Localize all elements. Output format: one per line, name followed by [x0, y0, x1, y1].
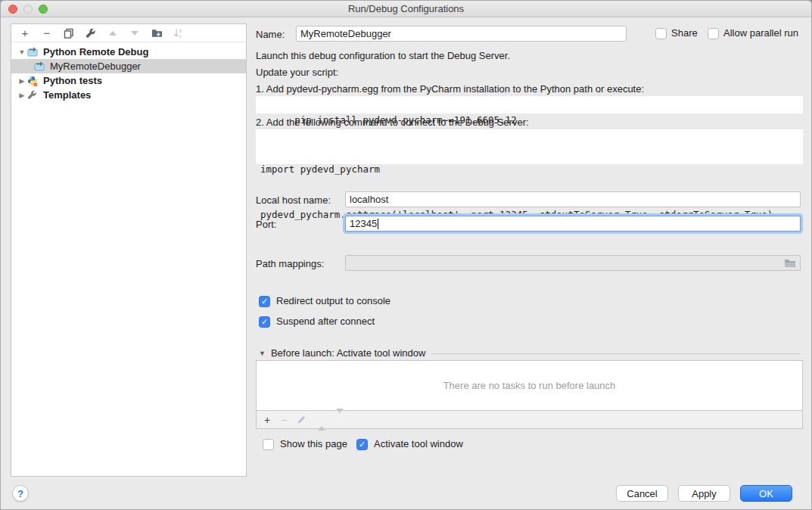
minimize-window-icon [23, 5, 33, 14]
activate-tool-window-row[interactable]: ✓ Activate tool window [356, 438, 463, 450]
tree-item-label: MyRemoteDebugger [50, 61, 141, 72]
disclosure-collapsed-icon[interactable]: ▶ [17, 77, 27, 85]
local-host-input[interactable] [345, 191, 801, 207]
allow-parallel-checkbox[interactable] [708, 28, 719, 39]
collapse-triangle-icon[interactable]: ▼ [259, 350, 266, 357]
sort-configurations-button: az [173, 27, 185, 39]
redirect-output-checkbox[interactable]: ✓ [259, 296, 270, 307]
separator-line [431, 353, 801, 354]
tree-item-python-remote-debug[interactable]: ▼ Python Remote Debug [11, 45, 246, 59]
name-label: Name: [256, 29, 285, 41]
cancel-button[interactable]: Cancel [616, 485, 668, 502]
tree-toolbar: + − az [11, 24, 246, 42]
activate-tool-window-label: Activate tool window [374, 438, 463, 450]
svg-text:a: a [179, 28, 182, 33]
close-window-icon[interactable] [8, 5, 17, 14]
ok-button[interactable]: OK [740, 485, 792, 502]
move-task-up-button [318, 413, 325, 427]
code-line-import: import pydevd_pycharm [260, 162, 798, 177]
remove-task-button: − [281, 414, 287, 426]
update-script-text: Update your script: [256, 67, 338, 79]
configurations-tree-panel: + − az ▼ Python Remote Debu [11, 23, 247, 477]
remote-debug-config-icon [34, 61, 46, 72]
name-input[interactable] [296, 26, 627, 42]
show-this-page-checkbox[interactable] [263, 439, 274, 450]
move-task-down-button [336, 413, 344, 427]
port-value: 12345 [350, 218, 377, 229]
run-debug-configurations-dialog: Run/Debug Configurations + − az ▼ [0, 0, 812, 510]
share-checkbox[interactable] [655, 28, 667, 39]
settrace-code[interactable]: import pydevd_pycharm pydevd_pycharm.set… [256, 129, 803, 164]
step2-text: 2. Add the following command to connect … [256, 117, 529, 129]
move-up-icon [318, 413, 325, 431]
pip-command-code[interactable]: pip install pydevd-pycharm~=191.6605.12 [256, 96, 803, 114]
tree-item-templates[interactable]: ▶ Templates [11, 88, 246, 102]
move-up-icon [109, 31, 117, 36]
show-this-page-label: Show this page [280, 438, 347, 450]
folder-icon[interactable] [784, 259, 796, 268]
move-down-icon [336, 409, 344, 426]
before-launch-label: Before launch: Activate tool window [271, 347, 426, 359]
local-host-label: Local host name: [256, 194, 331, 207]
edit-templates-button[interactable] [85, 27, 97, 39]
zoom-window-icon[interactable] [39, 5, 48, 14]
allow-parallel-checkbox-row[interactable]: Allow parallel run [708, 27, 798, 39]
remote-debug-config-icon [27, 46, 39, 58]
path-mappings-label: Path mappings: [256, 258, 324, 270]
disclosure-expanded-icon[interactable]: ▼ [17, 48, 27, 56]
sort-alpha-icon: az [173, 28, 184, 39]
configurations-tree: ▼ Python Remote Debug MyRemoteDebugger ▶… [11, 42, 246, 102]
tree-item-myremotedebugger[interactable]: MyRemoteDebugger [11, 59, 246, 73]
tree-item-label: Python tests [43, 75, 102, 86]
empty-tasks-placeholder: There are no tasks to run before launch [443, 380, 616, 391]
configuration-form: Name: Share Allow parallel run Launch th… [256, 1, 803, 510]
suspend-after-connect-label: Suspend after connect [276, 316, 375, 328]
apply-button[interactable]: Apply [678, 485, 730, 502]
port-input[interactable]: 12345 [345, 216, 801, 232]
add-task-button[interactable]: + [264, 414, 270, 426]
share-label: Share [671, 27, 698, 39]
step1-text: 1. Add pydevd-pycharm.egg from the PyCha… [256, 83, 644, 95]
tree-item-label: Templates [43, 89, 91, 101]
path-mappings-input[interactable] [345, 255, 801, 271]
edit-task-button [297, 413, 307, 427]
task-list-toolbar: + − [256, 411, 803, 429]
move-down-button [129, 27, 141, 39]
port-label: Port: [256, 219, 276, 231]
dialog-buttons: Cancel Apply OK [616, 485, 792, 502]
disclosure-collapsed-icon[interactable]: ▶ [17, 92, 27, 99]
show-this-page-row[interactable]: Show this page [263, 438, 347, 450]
copy-configuration-button[interactable] [63, 27, 75, 39]
suspend-after-connect-row[interactable]: ✓ Suspend after connect [259, 316, 375, 328]
redirect-output-label: Redirect output to console [276, 295, 390, 307]
traffic-lights [8, 5, 48, 14]
remove-configuration-button[interactable]: − [41, 27, 53, 39]
add-configuration-button[interactable]: + [19, 27, 31, 39]
text-caret [378, 219, 378, 229]
tree-item-label: Python Remote Debug [43, 46, 148, 58]
before-launch-task-list[interactable]: There are no tasks to run before launch [256, 360, 803, 411]
new-folder-icon [151, 28, 163, 38]
move-up-button [107, 27, 119, 39]
activate-tool-window-checkbox[interactable]: ✓ [356, 439, 368, 450]
python-tests-icon [27, 75, 39, 86]
copy-icon [64, 28, 74, 39]
intro-text: Launch this debug configuration to start… [256, 50, 510, 62]
wrench-icon [86, 28, 96, 39]
share-checkbox-row[interactable]: Share [655, 27, 698, 39]
move-down-icon [131, 31, 138, 36]
svg-text:z: z [179, 33, 182, 39]
before-launch-header[interactable]: ▼ Before launch: Activate tool window [259, 347, 801, 359]
suspend-after-connect-checkbox[interactable]: ✓ [259, 316, 270, 328]
help-button[interactable]: ? [12, 485, 29, 502]
wrench-icon [27, 89, 39, 101]
pencil-icon [297, 414, 307, 424]
redirect-output-row[interactable]: ✓ Redirect output to console [259, 295, 390, 307]
tree-item-python-tests[interactable]: ▶ Python tests [11, 73, 246, 88]
new-folder-button[interactable] [151, 27, 163, 39]
allow-parallel-label: Allow parallel run [723, 27, 798, 39]
